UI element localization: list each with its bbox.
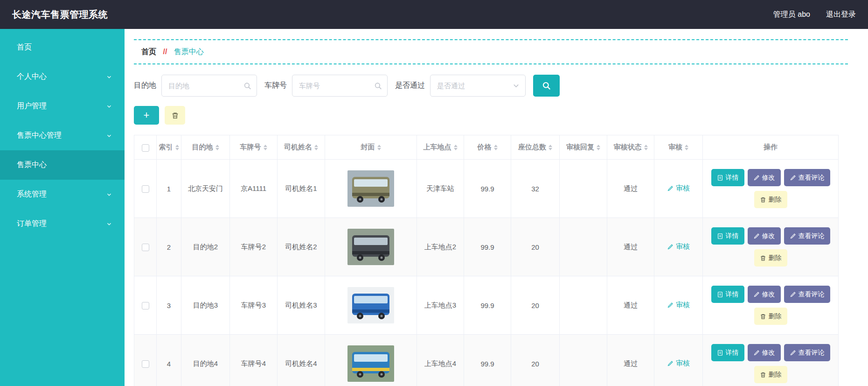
audit-link[interactable]: 审核 bbox=[667, 242, 690, 251]
cell-pickup: 天津车站 bbox=[417, 160, 464, 218]
sort-caret[interactable] bbox=[685, 145, 688, 150]
detail-button[interactable]: 详情 bbox=[711, 169, 744, 186]
detail-button[interactable]: 详情 bbox=[711, 344, 744, 361]
delete-button[interactable]: 删除 bbox=[754, 249, 787, 267]
delete-button[interactable]: 删除 bbox=[754, 308, 787, 325]
sidebar-item-ticket-center[interactable]: 售票中心 bbox=[0, 150, 125, 180]
column-header[interactable]: 审核状态 bbox=[607, 135, 654, 160]
edit-icon bbox=[753, 233, 760, 239]
detail-button[interactable]: 详情 bbox=[711, 227, 744, 245]
column-header[interactable]: 目的地 bbox=[181, 135, 230, 160]
column-header-checkbox bbox=[134, 135, 157, 160]
audit-link[interactable]: 审核 bbox=[667, 184, 690, 193]
row-checkbox[interactable] bbox=[142, 244, 149, 251]
filter-bar: 目的地 车牌号 是否通过 bbox=[134, 75, 857, 97]
cell-price: 99.9 bbox=[464, 335, 511, 386]
cell-status: 通过 bbox=[607, 335, 654, 386]
cover-image[interactable] bbox=[347, 229, 394, 265]
logout-link[interactable]: 退出登录 bbox=[826, 10, 856, 20]
sidebar-item-label: 订单管理 bbox=[17, 219, 47, 229]
edit-button[interactable]: 修改 bbox=[748, 286, 781, 303]
view-comments-button[interactable]: 查看评论 bbox=[784, 286, 830, 303]
cell-driver: 司机姓名2 bbox=[278, 218, 325, 276]
cell-price: 99.9 bbox=[464, 218, 511, 276]
sort-caret[interactable] bbox=[314, 145, 318, 150]
destination-input[interactable] bbox=[161, 75, 257, 97]
add-button[interactable]: + bbox=[134, 106, 159, 125]
sort-caret[interactable] bbox=[494, 145, 498, 150]
cell-reply bbox=[560, 276, 607, 335]
sidebar: 首页 个人中心 用户管理 售票中心管理 售票中心 系统管理 订单管理 bbox=[0, 29, 125, 386]
cell-index: 1 bbox=[157, 160, 181, 218]
sidebar-item-home[interactable]: 首页 bbox=[0, 33, 125, 62]
trash-icon bbox=[760, 313, 766, 320]
column-header[interactable]: 封面 bbox=[325, 135, 417, 160]
sidebar-item-personal-center[interactable]: 个人中心 bbox=[0, 62, 125, 91]
row-checkbox[interactable] bbox=[142, 360, 149, 368]
document-icon bbox=[717, 175, 723, 181]
delete-button[interactable]: 删除 bbox=[754, 191, 787, 208]
column-header[interactable]: 索引 bbox=[157, 135, 181, 160]
top-header: 长途汽车售票管理系统 管理员 abo 退出登录 bbox=[0, 0, 868, 29]
sidebar-item-user-management[interactable]: 用户管理 bbox=[0, 91, 125, 121]
row-checkbox[interactable] bbox=[142, 185, 149, 193]
cell-reply bbox=[560, 160, 607, 218]
audit-link[interactable]: 审核 bbox=[667, 359, 690, 368]
sort-caret[interactable] bbox=[549, 145, 552, 150]
search-icon bbox=[243, 82, 251, 90]
cell-index: 2 bbox=[157, 218, 181, 276]
trash-icon bbox=[760, 197, 766, 203]
column-header[interactable]: 审核回复 bbox=[560, 135, 607, 160]
select-all-checkbox[interactable] bbox=[142, 144, 149, 152]
audit-link[interactable]: 审核 bbox=[667, 301, 690, 309]
cover-image[interactable] bbox=[347, 345, 394, 382]
sort-caret[interactable] bbox=[215, 145, 219, 150]
sort-caret[interactable] bbox=[264, 145, 267, 150]
edit-icon bbox=[790, 350, 796, 356]
sort-caret[interactable] bbox=[644, 145, 648, 150]
sidebar-item-label: 售票中心管理 bbox=[17, 131, 62, 140]
cell-index: 4 bbox=[157, 335, 181, 386]
edit-button[interactable]: 修改 bbox=[748, 344, 781, 361]
search-button[interactable] bbox=[533, 75, 560, 97]
sidebar-item-order-management[interactable]: 订单管理 bbox=[0, 209, 125, 239]
sort-caret[interactable] bbox=[597, 145, 600, 150]
column-header[interactable]: 价格 bbox=[464, 135, 511, 160]
sort-caret[interactable] bbox=[454, 145, 458, 150]
view-comments-button[interactable]: 查看评论 bbox=[784, 344, 830, 361]
edit-icon bbox=[667, 244, 674, 250]
column-header[interactable]: 审核 bbox=[654, 135, 703, 160]
edit-button[interactable]: 修改 bbox=[748, 169, 781, 186]
passed-select[interactable] bbox=[430, 75, 526, 97]
sidebar-item-ticket-center-management[interactable]: 售票中心管理 bbox=[0, 121, 125, 150]
sidebar-item-system-management[interactable]: 系统管理 bbox=[0, 180, 125, 209]
cell-destination: 目的地2 bbox=[181, 218, 230, 276]
cell-operations: 详情 修改 查看评论 bbox=[703, 160, 839, 218]
column-header[interactable]: 司机姓名 bbox=[278, 135, 325, 160]
detail-button[interactable]: 详情 bbox=[711, 286, 744, 303]
cover-image[interactable] bbox=[347, 170, 394, 207]
column-header[interactable]: 座位总数 bbox=[511, 135, 560, 160]
main-content: 首页 // 售票中心 目的地 车牌号 是否通过 bbox=[125, 29, 868, 386]
cover-image[interactable] bbox=[347, 287, 394, 323]
column-header[interactable]: 车牌号 bbox=[230, 135, 278, 160]
edit-icon bbox=[667, 185, 674, 192]
cell-audit: 审核 bbox=[654, 335, 703, 386]
breadcrumb-current: 售票中心 bbox=[174, 48, 204, 56]
breadcrumb-home[interactable]: 首页 bbox=[141, 48, 156, 56]
view-comments-button[interactable]: 查看评论 bbox=[784, 169, 830, 186]
column-header[interactable]: 上车地点 bbox=[417, 135, 464, 160]
cell-plate: 车牌号2 bbox=[230, 218, 278, 276]
view-comments-button[interactable]: 查看评论 bbox=[784, 227, 830, 245]
search-icon bbox=[374, 82, 382, 90]
breadcrumb-separator: // bbox=[163, 48, 167, 56]
plate-input[interactable] bbox=[292, 75, 388, 97]
edit-button[interactable]: 修改 bbox=[748, 227, 781, 245]
sort-caret[interactable] bbox=[175, 145, 179, 150]
row-checkbox[interactable] bbox=[142, 302, 149, 309]
search-icon bbox=[542, 81, 551, 90]
delete-button[interactable]: 删除 bbox=[754, 366, 787, 383]
sort-caret[interactable] bbox=[377, 145, 381, 150]
delete-selected-button[interactable] bbox=[165, 106, 185, 125]
edit-icon bbox=[667, 360, 674, 367]
